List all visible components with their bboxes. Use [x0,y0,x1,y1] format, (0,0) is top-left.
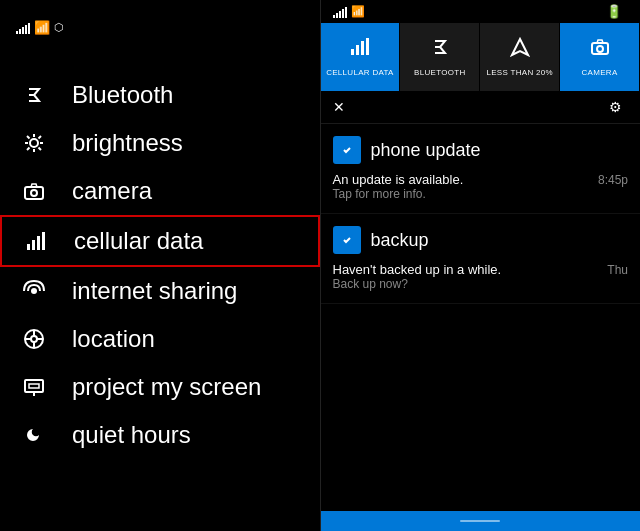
bluetooth-qa-icon [430,37,450,62]
bottom-bar [321,511,641,531]
svg-rect-14 [37,236,40,250]
svg-rect-10 [25,187,43,199]
bluetooth-label: Bluetooth [72,81,173,109]
bluetooth-icon [16,84,52,106]
svg-point-1 [30,139,38,147]
all-settings-button[interactable]: ⚙ [609,99,628,115]
svg-rect-27 [356,45,359,55]
quick-action-menu: Bluetoothbrightnesscameracellular datain… [0,71,320,459]
phone-update-body: An update is available.Tap for more info… [333,172,629,201]
camera-qa-label: CAMERA [582,68,618,78]
phone-update-time: 8:45p [598,173,628,187]
backup-app-icon [333,226,361,254]
backup-app-name: backup [371,230,429,251]
quick-actions-row: CELLULAR DATABLUETOOTHLESS THAN 20%CAMER… [321,23,641,91]
qa-tile-bluetooth[interactable]: BLUETOOTH [400,23,480,91]
backup-main-text: Haven't backed up in a while. [333,262,600,277]
camera-label: camera [72,177,152,205]
cellular-data-icon [18,230,54,252]
settings-icon: ⚙ [609,99,622,115]
svg-rect-13 [32,240,35,250]
right-status-bar: 📶 🔋 [321,0,641,23]
phone-update-app-icon [333,136,361,164]
left-panel: 📶 ⬡ Bluetoothbrightnesscameracellular da… [0,0,320,531]
camera-icon [16,180,52,202]
quiet-hours-label: quiet hours [72,421,191,449]
cellular-data-qa-icon [350,37,370,62]
quiet-hours-icon [16,424,52,446]
svg-line-6 [27,136,30,139]
svg-line-9 [27,148,30,151]
svg-rect-23 [25,380,43,392]
menu-item-camera[interactable]: camera [0,167,320,215]
qa-tile-less-than-20[interactable]: LESS THAN 20% [480,23,560,91]
notifications-list: phone updateAn update is available.Tap f… [321,124,641,511]
svg-point-16 [31,288,37,294]
menu-item-bluetooth[interactable]: Bluetooth [0,71,320,119]
brightness-icon [16,132,52,154]
phone-update-main-text: An update is available. [333,172,590,187]
left-status-bar: 📶 ⬡ [0,20,320,35]
bottom-handle [460,520,500,522]
less-than-20-qa-icon [510,37,530,62]
clear-all-button[interactable]: ✕ [333,99,351,115]
svg-point-32 [597,46,603,52]
signal-icon2: ⬡ [54,21,64,34]
svg-point-18 [31,336,37,342]
qa-tile-cellular-data[interactable]: CELLULAR DATA [321,23,401,91]
cellular-data-label: cellular data [74,227,203,255]
svg-rect-15 [42,232,45,250]
notification-phone-update[interactable]: phone updateAn update is available.Tap f… [321,124,641,214]
menu-item-quiet-hours[interactable]: quiet hours [0,411,320,459]
menu-item-project-my-screen[interactable]: project my screen [0,363,320,411]
brightness-label: brightness [72,129,183,157]
right-panel: 📶 🔋 CELLULAR DATABLUETOOTHLESS THAN 20%C… [321,0,641,531]
signal-icon [16,22,30,34]
action-bar: ✕ ⚙ [321,91,641,124]
phone-update-text-area: An update is available.Tap for more info… [333,172,590,201]
right-status-left: 📶 [333,5,369,18]
cellular-data-qa-label: CELLULAR DATA [326,68,394,78]
svg-rect-29 [366,38,369,55]
menu-item-internet-sharing[interactable]: internet sharing [0,267,320,315]
svg-rect-28 [361,41,364,55]
phone-update-sub-text: Tap for more info. [333,187,590,201]
menu-item-location[interactable]: location [0,315,320,363]
backup-time: Thu [607,263,628,277]
phone-update-header: phone update [333,136,629,164]
wifi-icon: 📶 [34,20,50,35]
menu-item-cellular-data[interactable]: cellular data [0,215,320,267]
svg-point-11 [31,190,37,196]
backup-body: Haven't backed up in a while.Back up now… [333,262,629,291]
project-my-screen-label: project my screen [72,373,261,401]
camera-qa-icon [590,37,610,62]
bluetooth-qa-label: BLUETOOTH [414,68,465,78]
right-signal-icon [333,6,347,18]
project-my-screen-icon [16,376,52,398]
right-status-right: 🔋 [600,4,628,19]
internet-sharing-label: internet sharing [72,277,237,305]
right-battery-icon: 🔋 [606,4,622,19]
notification-backup[interactable]: backupHaven't backed up in a while.Back … [321,214,641,304]
backup-sub-text: Back up now? [333,277,600,291]
qa-tile-camera[interactable]: CAMERA [560,23,640,91]
location-label: location [72,325,155,353]
svg-line-8 [39,136,42,139]
less-than-20-qa-label: LESS THAN 20% [486,68,552,78]
svg-rect-26 [351,49,354,55]
phone-update-app-name: phone update [371,140,481,161]
menu-item-brightness[interactable]: brightness [0,119,320,167]
internet-sharing-icon [16,280,52,302]
left-status-icons: 📶 ⬡ [16,20,64,35]
right-wifi-icon: 📶 [351,5,365,18]
svg-rect-24 [29,384,39,388]
location-icon [16,328,52,350]
clear-all-icon: ✕ [333,99,345,115]
svg-rect-12 [27,244,30,250]
backup-text-area: Haven't backed up in a while.Back up now… [333,262,600,291]
backup-header: backup [333,226,629,254]
svg-line-7 [39,148,42,151]
